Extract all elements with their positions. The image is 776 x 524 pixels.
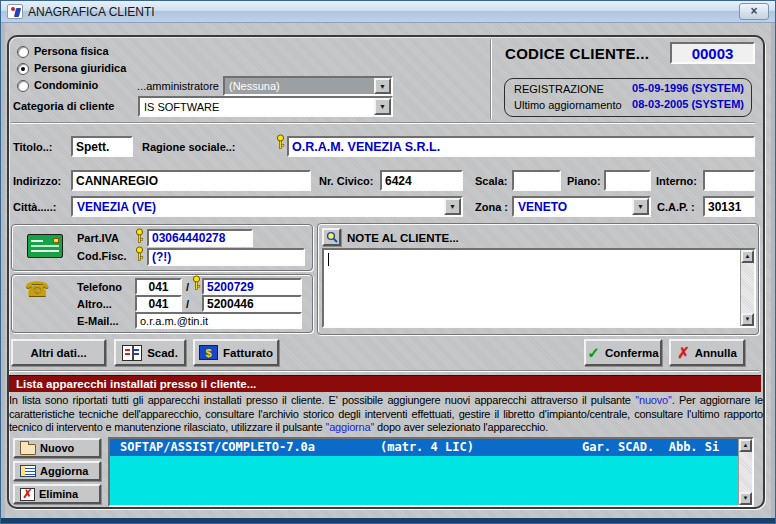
codfisc-field[interactable]: (?!) xyxy=(147,248,305,266)
note-textarea[interactable]: ▲ ▼ xyxy=(322,248,756,328)
scroll-down-icon[interactable]: ▼ xyxy=(741,313,754,326)
email-field[interactable]: o.r.a.m.@tin.it xyxy=(135,312,302,329)
categoria-label: Categoria di cliente xyxy=(13,100,114,112)
ultimo-aggiornamento-value: 08-03-2005 (SYSTEM) xyxy=(632,98,744,110)
telefono-label: Telefono xyxy=(77,281,122,293)
cap-field[interactable]: 30131 xyxy=(703,196,755,217)
delete-x-icon: ✗ xyxy=(20,488,35,501)
apparecchi-list[interactable]: SOFTAP/ASSIST/COMPLETO-7.0a (matr. 4 LIC… xyxy=(108,437,754,507)
chevron-down-icon[interactable]: ▼ xyxy=(374,78,391,94)
codice-cliente-value: 00003 xyxy=(692,45,734,62)
apparecchio-nome: SOFTAP/ASSIST/COMPLETO-7.0a xyxy=(120,440,315,454)
citta-value: VENEZIA (VE) xyxy=(77,200,156,214)
cap-value: 30131 xyxy=(708,200,741,214)
amministratore-label: ...amministratore xyxy=(101,80,219,92)
amministratore-value: (Nessuna) xyxy=(229,80,280,92)
annulla-button[interactable]: ✗ Annulla xyxy=(669,339,745,366)
altro-prefix-field[interactable]: 041 xyxy=(135,295,182,312)
anagrafica-clienti-window: ANAGRAFICA CLIENTI × Persona fisica Pers… xyxy=(0,0,776,524)
close-icon[interactable]: × xyxy=(739,3,769,20)
note-scrollbar[interactable]: ▲ ▼ xyxy=(740,250,754,326)
registrazione-value: 05-09-1996 (SYSTEM) xyxy=(632,82,744,94)
altro-label: Altro... xyxy=(77,298,112,310)
indirizzo-label: Indirizzo: xyxy=(13,175,61,187)
civico-value: 6424 xyxy=(385,174,412,188)
categoria-select[interactable]: IS SOFTWARE ▼ xyxy=(138,96,393,117)
list-scrollbar[interactable]: ▲ ▼ xyxy=(738,439,752,505)
indirizzo-field[interactable]: CANNAREGIO xyxy=(71,170,311,191)
radio-condominio-label: Condominio xyxy=(34,79,98,91)
amministratore-select[interactable]: (Nessuna) ▼ xyxy=(223,76,393,96)
apparecchio-matricola: (matr. 4 LIC) xyxy=(380,440,474,454)
email-value: o.r.a.m.@tin.it xyxy=(140,315,208,327)
fatturato-label: Fatturato xyxy=(223,347,273,359)
conferma-label: Conferma xyxy=(605,347,659,359)
ragione-sociale-value: O.R.A.M. VENEZIA S.R.L. xyxy=(292,140,440,154)
altro-prefix: 041 xyxy=(148,297,168,311)
scroll-up-icon[interactable]: ▲ xyxy=(741,250,754,263)
apparecchio-flags: Gar. SCAD. Abb. Si xyxy=(582,440,719,454)
conferma-button[interactable]: ✓ Conferma xyxy=(584,339,662,366)
chevron-down-icon[interactable]: ▼ xyxy=(374,98,391,115)
chevron-down-icon[interactable]: ▼ xyxy=(444,198,461,215)
titolo-label: Titolo..: xyxy=(13,141,53,153)
radio-condominio[interactable] xyxy=(17,80,29,92)
app-icon xyxy=(7,4,23,19)
annulla-label: Annulla xyxy=(695,347,737,359)
scala-field[interactable] xyxy=(512,170,561,191)
telefono-prefix-field[interactable]: 041 xyxy=(135,278,182,295)
partiva-field[interactable]: 03064440278 xyxy=(147,229,253,247)
list-item[interactable]: SOFTAP/ASSIST/COMPLETO-7.0a (matr. 4 LIC… xyxy=(110,439,738,456)
interno-field[interactable] xyxy=(703,170,755,191)
altri-dati-button[interactable]: Altri dati... xyxy=(11,339,106,366)
aggiorna-button[interactable]: Aggiorna xyxy=(13,461,101,481)
altro-number-field[interactable]: 5200446 xyxy=(202,295,302,312)
titolo-field[interactable]: Spett. xyxy=(71,136,133,157)
apparecchi-description: In lista sono riportati tutti gli appare… xyxy=(9,394,763,437)
citta-label: Città.....: xyxy=(13,201,56,213)
elimina-label: Elimina xyxy=(39,488,78,500)
citta-select[interactable]: VENEZIA (VE) ▼ xyxy=(71,196,463,217)
scadenze-button[interactable]: Scad. xyxy=(114,339,186,366)
codice-cliente-label: CODICE CLIENTE... xyxy=(505,45,649,62)
note-label: NOTE AL CLIENTE... xyxy=(347,232,459,244)
registrazione-label: REGISTRAZIONE xyxy=(514,83,604,95)
separator-bottom xyxy=(9,370,759,372)
chevron-down-icon[interactable]: ▼ xyxy=(632,198,649,215)
desc-ref-aggiorna: ''aggiorna'' xyxy=(325,421,374,433)
scroll-up-icon[interactable]: ▲ xyxy=(739,439,752,452)
note-zoom-button[interactable] xyxy=(322,228,341,246)
ragione-sociale-field[interactable]: O.R.A.M. VENEZIA S.R.L. xyxy=(287,136,755,157)
separator-top xyxy=(11,122,755,124)
telefono-number-field[interactable]: 5200729 xyxy=(202,278,302,295)
telefono-separator: / xyxy=(186,281,189,293)
nuovo-button[interactable]: Nuovo xyxy=(13,438,101,458)
titolo-value: Spett. xyxy=(76,140,109,154)
civico-label: Nr. Civico: xyxy=(319,175,373,187)
x-icon: ✗ xyxy=(677,345,690,360)
zona-select[interactable]: VENETO ▼ xyxy=(512,196,651,217)
civico-field[interactable]: 6424 xyxy=(380,170,463,191)
ragione-sociale-label: Ragione sociale..: xyxy=(142,141,236,153)
window-frame-left xyxy=(1,23,5,518)
key-icon xyxy=(135,246,144,262)
elimina-button[interactable]: ✗ Elimina xyxy=(13,484,101,504)
partiva-value: 03064440278 xyxy=(152,231,225,245)
scroll-down-icon[interactable]: ▼ xyxy=(739,492,752,505)
key-icon xyxy=(192,275,201,291)
interno-label: Interno: xyxy=(656,175,697,187)
fatturato-button[interactable]: $ Fatturato xyxy=(193,339,279,366)
radio-persona-giuridica[interactable] xyxy=(17,63,29,75)
partiva-label: Part.IVA xyxy=(77,232,119,244)
codice-cliente-field: 00003 xyxy=(670,42,755,64)
desc-ref-nuovo: ''nuovo'' xyxy=(635,394,672,406)
email-label: E-Mail... xyxy=(77,315,119,327)
desc-text-1: In lista sono riportati tutti gli appare… xyxy=(9,394,635,406)
document-list-icon xyxy=(20,465,36,477)
cap-label: C.A.P. : xyxy=(657,201,695,213)
title-bar[interactable]: ANAGRAFICA CLIENTI × xyxy=(1,1,775,23)
apparecchi-header-text: Lista apparecchi installati presso il cl… xyxy=(16,378,256,390)
piano-field[interactable] xyxy=(604,170,651,191)
radio-persona-fisica[interactable] xyxy=(17,46,29,58)
check-icon: ✓ xyxy=(587,345,600,360)
